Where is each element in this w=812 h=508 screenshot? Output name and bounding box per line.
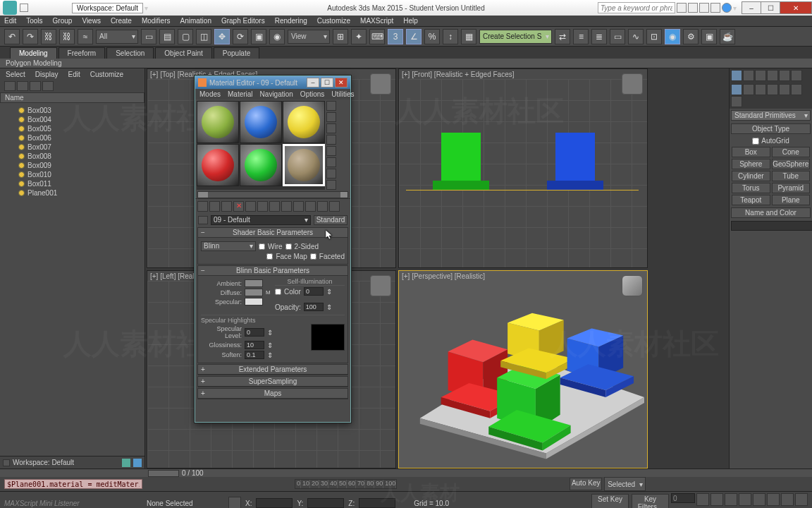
rollout-maps[interactable]: Maps <box>198 389 347 399</box>
percent-snap-button[interactable]: % <box>424 29 440 44</box>
tab-freeform[interactable]: Freeform <box>59 47 106 59</box>
current-frame-input[interactable] <box>671 493 695 503</box>
facemap-checkbox[interactable] <box>266 253 273 260</box>
mirror-button[interactable]: ⇄ <box>555 29 570 44</box>
primitive-box-button[interactable]: Box <box>732 147 770 157</box>
menu-modifiers[interactable]: Modifiers <box>142 17 171 25</box>
zoom-all-icon[interactable] <box>725 493 737 506</box>
object-name-input[interactable] <box>731 221 812 231</box>
assign-to-sel-icon[interactable] <box>221 201 232 212</box>
menu-grapheditors[interactable]: Graph Editors <box>221 17 265 25</box>
sample-type-icon[interactable] <box>326 101 336 111</box>
scene-tree[interactable]: Box003 Box004 Box005 Box006 Box007 Box00… <box>0 103 144 456</box>
primitive-cylinder-button[interactable]: Cylinder <box>732 171 770 181</box>
pick-material-icon[interactable] <box>198 216 208 224</box>
spinner-snap-button[interactable]: ↕ <box>443 29 458 44</box>
selfillum-color-checkbox[interactable] <box>275 289 281 295</box>
material-slot[interactable] <box>197 144 239 186</box>
render-setup-button[interactable]: ⚙ <box>683 29 699 44</box>
put-to-lib-icon[interactable] <box>269 201 280 212</box>
viewport-perspective[interactable]: [+] [Perspective] [Realistic] <box>398 270 648 468</box>
autogrid-checkbox[interactable] <box>752 138 759 145</box>
tab-objectpaint[interactable]: Object Paint <box>155 47 211 59</box>
primitive-geosphere-button[interactable]: GeoSphere <box>772 159 811 169</box>
material-slot[interactable] <box>197 101 239 143</box>
make-copy-icon[interactable] <box>245 201 256 212</box>
snap-button[interactable]: 3 <box>388 29 403 44</box>
menu-animation[interactable]: Animation <box>180 17 211 25</box>
tree-item[interactable]: Box007 <box>1 143 143 152</box>
material-slot[interactable] <box>240 101 282 143</box>
maximize-button[interactable]: ☐ <box>761 1 780 14</box>
autokey-button[interactable]: Auto Key <box>570 478 602 490</box>
search-input[interactable] <box>598 2 675 13</box>
editnamed-button[interactable]: ▦ <box>461 29 476 44</box>
toggle-ribbon-button[interactable]: ▭ <box>610 29 625 44</box>
me-menu-navigation[interactable]: Navigation <box>260 90 293 98</box>
maximize-viewport-icon[interactable] <box>795 493 808 506</box>
refcoord-dropdown[interactable]: View <box>288 30 330 44</box>
rollout-name-color[interactable]: Name and Color <box>731 207 811 218</box>
material-editor-dialog[interactable]: Material Editor - 09 - Default – ☐ ✕ Mod… <box>195 75 351 423</box>
goto-parent-icon[interactable] <box>317 201 328 212</box>
exchange-icon[interactable] <box>710 3 720 13</box>
show-map-icon[interactable] <box>293 201 304 212</box>
viewport-label[interactable]: [+] [Front] [Realistic + Edged Faces] <box>402 71 515 78</box>
tree-item[interactable]: Box003 <box>1 106 143 115</box>
redo-button[interactable]: ↷ <box>23 29 38 44</box>
tree-item[interactable]: Box006 <box>1 133 143 143</box>
setkey-button[interactable]: Set Key <box>591 494 629 508</box>
sample-uv-icon[interactable] <box>326 135 336 145</box>
primitive-cone-button[interactable]: Cone <box>772 147 811 157</box>
rollout-blinn-basic[interactable]: Blinn Basic Parameters <box>198 266 347 276</box>
faceted-checkbox[interactable] <box>310 253 316 260</box>
dialog-maximize-button[interactable]: ☐ <box>321 78 333 87</box>
app-icon[interactable] <box>3 1 17 15</box>
named-selection-dropdown[interactable]: Create Selection S <box>479 30 552 44</box>
render-button[interactable]: ☕ <box>720 29 735 44</box>
recent-files-icon[interactable] <box>20 4 28 12</box>
viewport-front[interactable]: [+] [Front] [Realistic + Edged Faces] <box>398 68 648 268</box>
diffuse-swatch[interactable] <box>245 289 263 296</box>
rollout-object-type[interactable]: Object Type <box>731 123 811 134</box>
menu-help[interactable]: Help <box>403 17 418 25</box>
menu-customize[interactable]: Customize <box>317 17 350 25</box>
spacewarps-icon[interactable] <box>791 84 802 95</box>
time-config-icon[interactable] <box>696 493 709 506</box>
se-menu-display[interactable]: Display <box>35 71 59 78</box>
motion-tab-icon[interactable] <box>767 70 778 81</box>
create-tab-icon[interactable] <box>731 70 742 81</box>
menu-rendering[interactable]: Rendering <box>275 17 307 25</box>
dialog-close-button[interactable]: ✕ <box>335 78 347 87</box>
systems-icon[interactable] <box>731 96 742 107</box>
material-type-button[interactable]: Standard <box>314 215 347 225</box>
me-menu-modes[interactable]: Modes <box>199 90 221 98</box>
layers-button[interactable]: ≣ <box>591 29 607 44</box>
tree-item[interactable]: Box008 <box>1 152 143 161</box>
tree-item[interactable]: Box010 <box>1 170 143 179</box>
curve-editor-button[interactable]: ∿ <box>628 29 644 44</box>
material-slot-selected[interactable] <box>283 144 325 186</box>
wire-checkbox[interactable] <box>259 243 265 250</box>
hierarchy-tab-icon[interactable] <box>755 70 766 81</box>
selection-filter-dropdown[interactable]: All <box>96 30 138 44</box>
placement-button[interactable]: ◉ <box>269 29 285 44</box>
put-to-scene-icon[interactable] <box>209 201 220 212</box>
key-target-dropdown[interactable]: Selected <box>604 477 646 491</box>
se-menu-customize[interactable]: Customize <box>90 71 123 78</box>
opacity-spinner[interactable]: 100 <box>304 303 324 311</box>
fov-icon[interactable] <box>753 493 765 506</box>
material-slot[interactable] <box>283 101 325 143</box>
tab-populate[interactable]: Populate <box>214 47 259 59</box>
tree-item[interactable]: Plane001 <box>1 188 143 198</box>
link-button[interactable]: ⛓ <box>41 29 56 44</box>
tree-item[interactable]: Box009 <box>1 161 143 170</box>
zoom-icon[interactable] <box>710 493 723 506</box>
angle-snap-button[interactable]: ∠ <box>406 29 422 44</box>
pan-icon[interactable] <box>767 493 780 506</box>
display-tab-icon[interactable] <box>779 70 790 81</box>
keyboard-toggle-button[interactable]: ⌨ <box>369 29 385 44</box>
specular-swatch[interactable] <box>245 298 263 306</box>
primitive-teapot-button[interactable]: Teapot <box>732 195 770 205</box>
se-tool-icon[interactable] <box>30 81 41 91</box>
